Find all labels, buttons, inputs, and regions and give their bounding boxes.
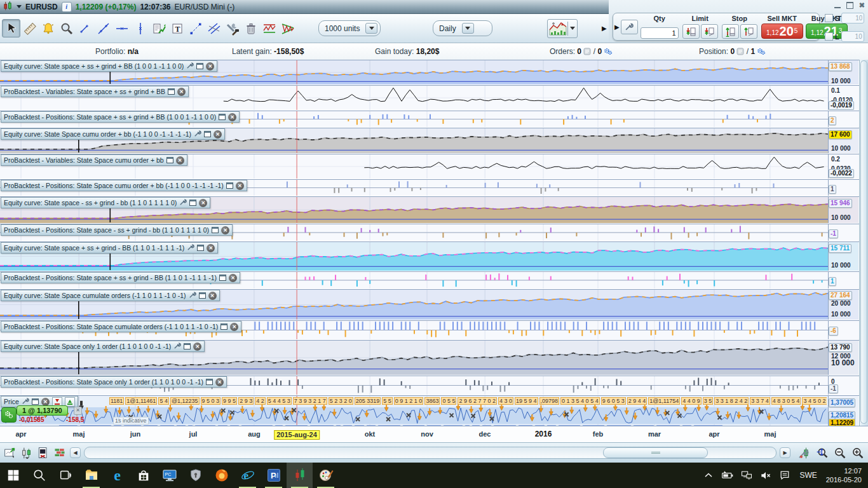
- stop-sell-order-button[interactable]: [740, 24, 757, 39]
- units-dropdown-arrow[interactable]: [365, 23, 377, 34]
- panel-settings-wrench-icon[interactable]: [194, 130, 201, 139]
- panel-close-icon[interactable]: ✕: [215, 378, 224, 386]
- panel-tab[interactable]: ProBacktest - Variables: State Space cum…: [1, 154, 187, 166]
- panel-detach-icon[interactable]: [189, 200, 196, 206]
- tray-clock[interactable]: 12:072016-05-20: [824, 466, 862, 485]
- panel-tab[interactable]: Equity curve: State Space cumulate order…: [1, 290, 220, 301]
- panel-close-icon[interactable]: ✕: [199, 199, 207, 207]
- order-settings-button[interactable]: [621, 20, 638, 34]
- scroll-right-button[interactable]: ▶: [780, 447, 790, 458]
- panel-close-icon[interactable]: ✕: [230, 323, 238, 331]
- panel-detach-icon[interactable]: [197, 245, 204, 251]
- tool-parallel-icon[interactable]: [205, 19, 223, 37]
- panel-detach-icon[interactable]: [206, 379, 213, 385]
- tray-volume-muted-icon[interactable]: [757, 467, 774, 484]
- panel-settings-wrench-icon[interactable]: [186, 62, 194, 71]
- tool-hline-icon[interactable]: [112, 19, 131, 37]
- order-panel-expander-icon[interactable]: ▶: [614, 24, 620, 30]
- panel-close-icon[interactable]: ✕: [214, 130, 222, 139]
- tray-network-icon[interactable]: [738, 467, 755, 484]
- panel-close-icon[interactable]: ✕: [41, 398, 50, 406]
- tool-alarm-icon[interactable]: [39, 19, 57, 37]
- limit-buy-order-button[interactable]: [682, 24, 700, 39]
- tool-pattern-icon[interactable]: [278, 19, 297, 37]
- sb-wrench-candle-icon[interactable]: [797, 446, 811, 460]
- panel-close-icon[interactable]: ✕: [193, 342, 201, 351]
- sell-market-button[interactable]: 1,12205: [761, 24, 803, 39]
- tray-show-hidden-icons[interactable]: [700, 467, 717, 484]
- panel-close-icon[interactable]: ✕: [228, 113, 236, 121]
- panel-close-icon[interactable]: ✕: [206, 62, 214, 71]
- taskbar-explorer-icon[interactable]: [78, 463, 104, 488]
- chart-type-dropdown-arrow[interactable]: [567, 22, 576, 36]
- tray-power-icon[interactable]: [719, 467, 736, 484]
- tray-action-center-icon[interactable]: [776, 467, 793, 484]
- panel-tab[interactable]: Equity curve: State space - ss + grind -…: [1, 197, 210, 208]
- panel-detach-icon[interactable]: [204, 131, 211, 137]
- panel-tab[interactable]: Equity curve: State space + ss + grind +…: [1, 60, 217, 72]
- panel-close-icon[interactable]: ✕: [177, 88, 186, 96]
- taskbar-start-icon[interactable]: [0, 463, 26, 488]
- panel-settings-wrench-icon[interactable]: [173, 342, 181, 351]
- horizontal-scrollbar-thumb[interactable]: [603, 447, 708, 458]
- panel-settings-wrench-icon[interactable]: [187, 243, 194, 252]
- open-position-badge[interactable]: 1 @ 1,13790: [17, 405, 68, 416]
- timeframe-dropdown[interactable]: Daily: [433, 20, 492, 36]
- sb-zoom-in-icon[interactable]: [851, 446, 865, 460]
- sb-fit-icon[interactable]: [815, 446, 829, 460]
- taskbar-firefox-icon[interactable]: [208, 463, 234, 488]
- tool-trendline-icon[interactable]: [94, 19, 112, 37]
- sb-bricks-icon[interactable]: [53, 446, 67, 460]
- panel-detach-icon[interactable]: [212, 227, 219, 233]
- panel-tab[interactable]: ProBacktest - Positions: State space + s…: [1, 111, 240, 123]
- vertical-scrollbar-thumb[interactable]: [860, 60, 867, 424]
- panel-detach-icon[interactable]: [220, 323, 227, 330]
- tool-tools-icon[interactable]: [223, 19, 241, 37]
- panel-detach-icon[interactable]: [168, 88, 175, 95]
- panel-close-icon[interactable]: ✕: [176, 156, 184, 165]
- panel-settings-wrench-icon[interactable]: [179, 198, 187, 207]
- panel-settings-wrench-icon[interactable]: [22, 397, 29, 406]
- tool-polyline-icon[interactable]: [186, 19, 205, 37]
- stop-buy-order-button[interactable]: [722, 24, 739, 39]
- sb-zoom-out-icon[interactable]: [833, 446, 847, 460]
- limit-preset-checkbox[interactable]: [825, 32, 833, 41]
- tool-magnifier-icon[interactable]: [57, 19, 76, 37]
- vertical-scrollbar[interactable]: [859, 60, 868, 426]
- panel-close-icon[interactable]: ✕: [236, 182, 244, 190]
- panel-tab[interactable]: Equity curve: State space + ss + grind -…: [1, 242, 218, 254]
- instrument-dropdown-caret[interactable]: [17, 5, 22, 8]
- orders-settings-gears-icon[interactable]: [604, 48, 613, 57]
- tool-segment-icon[interactable]: [76, 19, 94, 37]
- panel-detach-icon[interactable]: [219, 114, 226, 120]
- taskbar-remote-icon[interactable]: PC: [156, 463, 182, 488]
- panel-detach-icon[interactable]: [166, 157, 173, 163]
- panel-close-icon[interactable]: ✕: [207, 244, 215, 252]
- taskbar-edge-icon[interactable]: e: [104, 463, 130, 488]
- limit-sell-order-button[interactable]: [701, 24, 718, 39]
- taskbar-candles-icon[interactable]: [287, 463, 313, 488]
- orders-list-icon[interactable]: [583, 48, 591, 57]
- horizontal-scrollbar[interactable]: [84, 447, 776, 459]
- panel-detach-icon[interactable]: [199, 292, 206, 299]
- close-position-icon[interactable]: ✕: [74, 407, 82, 415]
- tool-text-icon[interactable]: T: [168, 19, 186, 37]
- panel-tab[interactable]: ProBacktest - Positions: State space + s…: [1, 272, 240, 283]
- chart-type-button[interactable]: [547, 19, 578, 38]
- taskbar-taskview-icon[interactable]: [52, 463, 78, 488]
- limit-preset-input[interactable]: [841, 31, 864, 42]
- panel-tab[interactable]: ProBacktest - Positions: State space - s…: [1, 224, 233, 236]
- taskbar-store-icon[interactable]: [130, 463, 156, 488]
- tool-vline-icon[interactable]: [131, 19, 149, 37]
- panel-close-icon[interactable]: ✕: [221, 226, 229, 234]
- panel-tab[interactable]: ProBacktest - Positions: State Space onl…: [1, 376, 227, 388]
- panel-tab[interactable]: Equity curve: State Space cumu order + b…: [1, 128, 225, 140]
- taskbar-prorealtime-icon[interactable]: P: [261, 463, 287, 488]
- sb-note-icon[interactable]: [36, 446, 50, 460]
- position-list-icon[interactable]: [736, 48, 744, 57]
- panel-tab[interactable]: ProBacktest - Variables: State space + s…: [1, 86, 189, 97]
- scroll-left-button[interactable]: ◀: [70, 447, 81, 458]
- tool-pointer-icon[interactable]: [2, 19, 20, 37]
- units-dropdown[interactable]: 1000 units: [318, 20, 381, 36]
- qty-input[interactable]: [641, 27, 679, 39]
